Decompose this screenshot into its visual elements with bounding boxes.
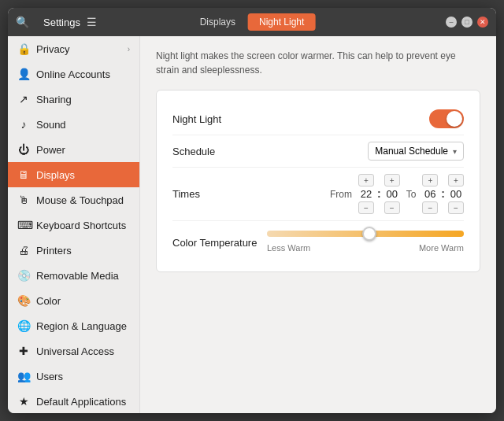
sidebar-label-universal-access: Universal Access [36,345,114,357]
displays-icon: 🖥 [17,168,30,181]
from-min-down-button[interactable]: − [384,201,400,214]
close-button[interactable]: ✕ [477,17,488,28]
maximize-button[interactable]: □ [461,17,472,28]
sidebar: 🔒 Privacy › 👤 Online Accounts ↗ Sharing … [8,36,140,413]
content-area: 🔒 Privacy › 👤 Online Accounts ↗ Sharing … [8,36,496,413]
sidebar-item-displays[interactable]: 🖥 Displays [8,162,139,187]
removable-media-icon: 💿 [17,269,30,282]
minimize-button[interactable]: – [446,17,457,28]
sidebar-label-privacy: Privacy [36,43,70,55]
to-label: To [403,189,420,200]
color-temp-slider-thumb[interactable] [362,227,376,241]
schedule-dropdown[interactable]: Manual Schedule ▾ [368,142,464,161]
sidebar-label-power: Power [36,144,65,156]
to-min-value: 00 [448,188,464,200]
window-title: Settings [43,17,80,28]
to-hour-up-button[interactable]: + [422,174,438,186]
more-warm-label: More Warm [419,243,464,253]
sidebar-item-universal-access[interactable]: ✚ Universal Access [8,338,139,364]
to-min-group: + 00 − [448,174,464,214]
search-icon[interactable]: 🔍 [16,16,29,28]
users-icon: 👥 [17,370,30,382]
less-warm-label: Less Warm [267,243,310,253]
color-temp-container: Less Warm More Warm [267,231,464,253]
sidebar-item-region-language[interactable]: 🌐 Region & Language [8,313,139,338]
sidebar-item-mouse-touchpad[interactable]: 🖱 Mouse & Touchpad [8,187,139,212]
sidebar-label-keyboard-shortcuts: Keyboard Shortcuts [36,220,126,231]
to-min-down-button[interactable]: − [448,201,464,214]
sidebar-label-online-accounts: Online Accounts [36,68,110,80]
menu-icon[interactable]: ☰ [87,16,97,28]
default-apps-icon: ★ [17,395,30,408]
keyboard-icon: ⌨ [17,219,30,231]
printers-icon: 🖨 [17,244,30,257]
slider-labels: Less Warm More Warm [267,243,464,253]
from-hour-value: 22 [358,188,374,200]
sidebar-label-displays: Displays [36,169,75,181]
from-hour-down-button[interactable]: − [358,201,374,214]
titlebar: 🔍 Settings ☰ Displays Night Light – □ ✕ [8,8,496,36]
sidebar-item-users[interactable]: 👥 Users [8,364,139,389]
from-time-separator: : [377,187,381,201]
sidebar-label-region-language: Region & Language [36,320,127,332]
sidebar-item-removable-media[interactable]: 💿 Removable Media [8,263,139,288]
night-light-label: Night Light [172,113,267,125]
to-hour-group: + 06 − [422,174,438,214]
schedule-row: Schedule Manual Schedule ▾ [172,135,464,168]
night-light-toggle-container [267,109,464,128]
from-label: From [330,189,352,200]
sidebar-label-color: Color [36,295,61,307]
from-min-group: + 00 − [384,174,400,214]
sound-icon: ♪ [17,118,30,131]
color-temp-row: Color Temperature Less Warm More Warm [172,221,464,259]
from-min-value: 00 [384,188,400,200]
power-icon: ⏻ [17,143,30,156]
night-light-panel: Night Light Schedule Manual Schedule ▾ [156,90,480,272]
dropdown-arrow-icon: ▾ [453,147,457,156]
sidebar-item-sound[interactable]: ♪ Sound [8,112,139,137]
to-hour-down-button[interactable]: − [422,201,438,214]
sidebar-item-online-accounts[interactable]: 👤 Online Accounts [8,61,139,87]
universal-access-icon: ✚ [17,345,30,357]
sidebar-item-printers[interactable]: 🖨 Printers [8,238,139,263]
sidebar-label-users: Users [36,371,63,382]
tab-bar: Displays Night Light [189,13,316,31]
schedule-value: Manual Schedule [375,146,448,157]
privacy-icon: 🔒 [17,42,30,55]
sidebar-item-power[interactable]: ⏻ Power [8,137,139,162]
to-min-up-button[interactable]: + [448,174,464,186]
schedule-label: Schedule [172,146,267,157]
color-icon: 🎨 [17,294,30,307]
sidebar-item-keyboard-shortcuts[interactable]: ⌨ Keyboard Shortcuts [8,212,139,238]
sidebar-item-color[interactable]: 🎨 Color [8,288,139,313]
sidebar-label-printers: Printers [36,245,72,257]
night-light-description: Night light makes the screen color warme… [156,49,480,77]
from-hour-group: + 22 − [358,174,374,214]
main-content: Night light makes the screen color warme… [140,36,496,413]
times-controls: From + 22 − : + 00 [267,174,464,214]
times-row: Times From + 22 − : [172,168,464,221]
from-min-up-button[interactable]: + [384,174,400,186]
tab-displays[interactable]: Displays [189,13,246,31]
tab-night-light[interactable]: Night Light [248,13,315,31]
color-temp-slider-track[interactable] [267,231,464,237]
times-inputs: From + 22 − : + 00 [330,174,464,214]
region-icon: 🌐 [17,319,30,332]
to-hour-value: 06 [422,188,438,200]
night-light-toggle[interactable] [429,109,464,128]
night-light-row: Night Light [172,103,464,135]
sharing-icon: ↗ [17,93,30,105]
online-accounts-icon: 👤 [17,68,30,80]
to-time-separator: : [441,187,445,201]
sidebar-item-privacy[interactable]: 🔒 Privacy › [8,36,139,61]
sidebar-label-sharing: Sharing [36,94,72,105]
from-hour-up-button[interactable]: + [358,174,374,186]
sidebar-item-sharing[interactable]: ↗ Sharing [8,87,139,112]
sidebar-label-mouse-touchpad: Mouse & Touchpad [36,194,124,206]
toggle-knob [447,111,462,127]
color-temp-label: Color Temperature [172,231,267,249]
sidebar-item-default-applications[interactable]: ★ Default Applications [8,389,139,413]
chevron-right-icon: › [128,45,130,54]
times-label: Times [172,188,267,200]
sidebar-label-sound: Sound [36,119,66,131]
